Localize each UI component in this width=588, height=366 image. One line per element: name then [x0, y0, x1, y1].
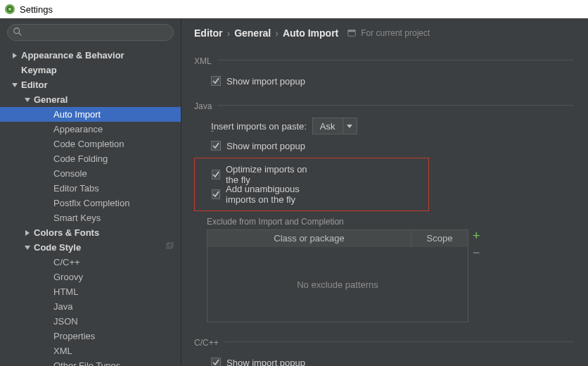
tree-item-label: C/C++	[53, 257, 80, 267]
tree-item-editor[interactable]: Editor	[0, 77, 181, 92]
add-exclude-button[interactable]: +	[473, 231, 480, 241]
tree-item-label: Code Style	[34, 242, 81, 253]
svg-marker-7	[25, 98, 30, 102]
add-unambiguous-label: Add unambiguous imports on the fly	[226, 184, 316, 205]
section-java-title: Java	[194, 101, 212, 111]
settings-sidebar: Appearance & BehaviorKeymapEditorGeneral…	[0, 18, 181, 366]
crumb-general[interactable]: General	[234, 27, 271, 39]
tree-item-label: General	[34, 94, 68, 105]
check-icon	[212, 359, 219, 366]
tree-item-appearance[interactable]: Appearance	[0, 122, 181, 137]
tree-item-console[interactable]: Console	[0, 166, 181, 181]
search-input[interactable]	[7, 24, 174, 41]
tree-item-appearance-behavior[interactable]: Appearance & Behavior	[0, 48, 181, 63]
tree-item-label: Groovy	[53, 272, 83, 282]
tree-item-label: Keymap	[21, 65, 57, 75]
tree-item-label: Appearance	[53, 124, 103, 134]
tree-item-label: Postfix Completion	[53, 198, 129, 208]
tree-item-label: Editor Tabs	[53, 183, 99, 194]
caret-none	[44, 333, 51, 340]
tree-item-xml[interactable]: XML	[0, 343, 181, 358]
settings-tree[interactable]: Appearance & BehaviorKeymapEditorGeneral…	[0, 46, 181, 366]
caret-none	[44, 348, 51, 355]
svg-marker-5	[13, 53, 17, 58]
chevron-right-icon: ›	[226, 27, 230, 39]
exclude-table-header: Class or package Scope	[207, 230, 468, 247]
tree-item-code-style[interactable]: Code Style	[0, 240, 181, 255]
exclude-table[interactable]: Class or package Scope No exclude patter…	[207, 229, 468, 322]
tree-item-smart-keys[interactable]: Smart Keys	[0, 210, 181, 225]
optimize-imports-checkbox[interactable]	[212, 170, 220, 179]
caret-down-icon[interactable]	[24, 96, 31, 103]
optimize-imports-label: Optimize imports on the fly	[226, 164, 316, 185]
section-cc-title: C/C++	[194, 338, 219, 348]
divider	[217, 105, 574, 106]
tree-item-label: Colors & Fonts	[34, 227, 99, 238]
caret-none	[44, 362, 51, 367]
check-icon	[212, 77, 219, 84]
caret-none	[44, 170, 51, 177]
cc-show-popup-label: Show import popup	[226, 358, 305, 367]
svg-marker-6	[12, 83, 18, 87]
tree-item-html[interactable]: HTML	[0, 284, 181, 299]
tree-item-editor-tabs[interactable]: Editor Tabs	[0, 181, 181, 196]
tree-item-label: JSON	[53, 316, 78, 327]
tree-item-auto-import[interactable]: Auto Import	[0, 107, 181, 122]
tree-item-label: Other File Types	[53, 360, 120, 366]
crumb-editor[interactable]: Editor	[194, 27, 222, 39]
check-icon	[212, 171, 219, 178]
caret-none	[44, 200, 51, 207]
section-xml-title: XML	[194, 56, 212, 66]
caret-none	[44, 274, 51, 281]
tree-item-label: Code Folding	[53, 153, 108, 164]
caret-none	[44, 156, 51, 163]
tree-item-label: Console	[53, 168, 87, 179]
breadcrumb: Editor › General › Auto Import For curre…	[194, 25, 588, 41]
scope-icon	[165, 242, 174, 253]
caret-none	[44, 318, 51, 325]
divider	[224, 341, 574, 342]
settings-search[interactable]	[7, 24, 174, 41]
col-scope[interactable]: Scope	[411, 230, 468, 247]
tree-item-general[interactable]: General	[0, 92, 181, 107]
tree-item-colors-fonts[interactable]: Colors & Fonts	[0, 225, 181, 240]
project-scope-icon	[347, 28, 357, 38]
chevron-down-icon[interactable]	[343, 118, 357, 134]
insert-imports-value: Ask	[313, 121, 343, 132]
tree-item-other-file-types[interactable]: Other File Types	[0, 358, 181, 366]
insert-imports-combo[interactable]: Ask	[312, 118, 357, 134]
caret-right-icon[interactable]	[24, 229, 31, 236]
tree-item-properties[interactable]: Properties	[0, 329, 181, 343]
svg-rect-10	[167, 244, 172, 248]
cc-show-popup-checkbox[interactable]	[211, 358, 221, 366]
tree-item-postfix-completion[interactable]: Postfix Completion	[0, 196, 181, 210]
tree-item-c-c-[interactable]: C/C++	[0, 255, 181, 270]
check-icon	[212, 191, 219, 198]
project-scope-label: For current project	[361, 28, 430, 38]
tree-item-code-folding[interactable]: Code Folding	[0, 151, 181, 166]
tree-item-groovy[interactable]: Groovy	[0, 270, 181, 284]
tree-item-java[interactable]: Java	[0, 299, 181, 314]
caret-down-icon[interactable]	[24, 244, 31, 251]
col-class[interactable]: Class or package	[207, 230, 411, 247]
divider	[217, 60, 574, 61]
insert-imports-label: Insert imports on paste:	[211, 121, 307, 132]
tree-item-json[interactable]: JSON	[0, 314, 181, 329]
tree-item-keymap[interactable]: Keymap	[0, 63, 181, 77]
xml-show-popup-checkbox[interactable]	[211, 76, 221, 86]
crumb-auto-import: Auto Import	[283, 27, 338, 39]
caret-none	[44, 126, 51, 133]
svg-rect-11	[168, 242, 173, 247]
java-show-popup-checkbox[interactable]	[211, 141, 221, 151]
caret-right-icon[interactable]	[11, 52, 18, 59]
tree-item-code-completion[interactable]: Code Completion	[0, 137, 181, 151]
caret-down-icon[interactable]	[11, 82, 18, 89]
tree-item-label: Editor	[21, 80, 48, 90]
add-unambiguous-checkbox[interactable]	[212, 189, 220, 199]
caret-none	[44, 185, 51, 192]
svg-marker-9	[25, 246, 30, 250]
window-titlebar: Settings	[0, 0, 588, 18]
exclude-table-empty: No exclude patterns	[207, 247, 468, 322]
caret-none	[44, 303, 51, 310]
remove-exclude-button[interactable]: −	[473, 248, 480, 258]
